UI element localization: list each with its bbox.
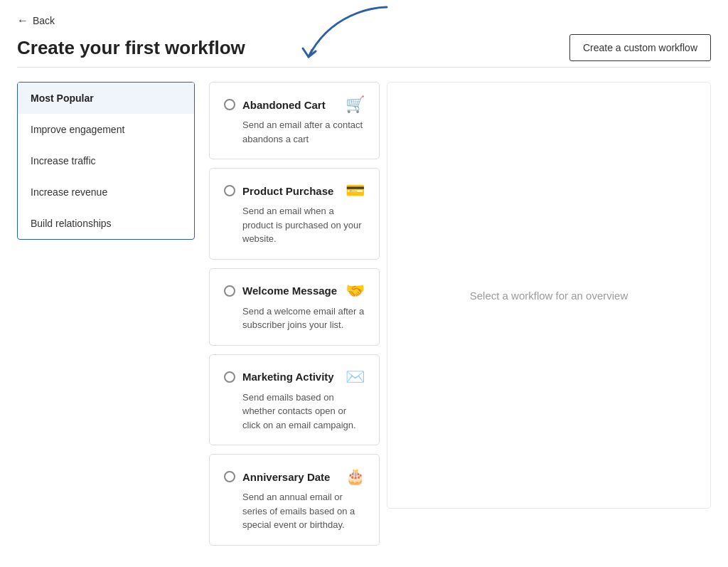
- radio-product-purchase[interactable]: [224, 185, 235, 196]
- overview-panel: Select a workflow for an overview: [387, 82, 711, 509]
- workflow-card-header: Product Purchase 💳: [224, 181, 365, 200]
- radio-marketing-activity[interactable]: [224, 371, 235, 383]
- workflow-card-abandoned-cart[interactable]: Abandoned Cart 🛒 Send an email after a c…: [209, 82, 380, 159]
- workflow-card-header: Welcome Message 🤝: [224, 282, 365, 300]
- sidebar: Most Popular Improve engagement Increase…: [17, 82, 195, 240]
- header-divider: [17, 67, 711, 68]
- product-purchase-icon: 💳: [346, 181, 365, 200]
- welcome-message-title: Welcome Message: [242, 285, 337, 297]
- radio-abandoned-cart[interactable]: [224, 99, 235, 110]
- workflow-card-marketing-activity[interactable]: Marketing Activity ✉️ Send emails based …: [209, 354, 380, 446]
- anniversary-date-icon: 🎂: [346, 467, 365, 486]
- abandoned-cart-desc: Send an email after a contact abandons a…: [242, 118, 365, 146]
- page-header: Create your first workflow Create a cust…: [17, 34, 711, 61]
- back-link[interactable]: ← Back: [17, 14, 55, 27]
- product-purchase-desc: Send an email when a product is purchase…: [242, 204, 365, 246]
- marketing-activity-desc: Send emails based on whether contacts op…: [242, 391, 365, 433]
- marketing-activity-icon: ✉️: [346, 368, 365, 386]
- title-row: Abandoned Cart: [224, 99, 326, 111]
- workflow-card-welcome-message[interactable]: Welcome Message 🤝 Send a welcome email a…: [209, 268, 380, 346]
- create-custom-workflow-button[interactable]: Create a custom workflow: [569, 34, 711, 61]
- workflow-card-header: Marketing Activity ✉️: [224, 368, 365, 386]
- sidebar-item-increase-revenue[interactable]: Increase revenue: [18, 176, 194, 208]
- marketing-activity-title: Marketing Activity: [242, 371, 334, 383]
- abandoned-cart-icon: 🛒: [346, 95, 365, 114]
- workflow-card-product-purchase[interactable]: Product Purchase 💳 Send an email when a …: [209, 168, 380, 260]
- overview-placeholder-text: Select a workflow for an overview: [470, 290, 628, 302]
- title-row: Welcome Message: [224, 285, 337, 297]
- sidebar-item-build-relationships[interactable]: Build relationships: [18, 208, 194, 239]
- anniversary-date-desc: Send an annual email or series of emails…: [242, 490, 365, 532]
- radio-welcome-message[interactable]: [224, 285, 235, 297]
- title-row: Anniversary Date: [224, 471, 330, 483]
- anniversary-date-title: Anniversary Date: [242, 471, 330, 483]
- welcome-message-icon: 🤝: [346, 282, 365, 300]
- back-arrow-icon: ←: [17, 14, 28, 27]
- product-purchase-title: Product Purchase: [242, 185, 333, 197]
- sidebar-item-improve-engagement[interactable]: Improve engagement: [18, 114, 194, 145]
- title-row: Product Purchase: [224, 185, 333, 197]
- sidebar-item-most-popular[interactable]: Most Popular: [18, 83, 194, 114]
- workflow-card-header: Anniversary Date 🎂: [224, 467, 365, 486]
- workflow-card-anniversary-date[interactable]: Anniversary Date 🎂 Send an annual email …: [209, 454, 380, 546]
- sidebar-item-increase-traffic[interactable]: Increase traffic: [18, 145, 194, 176]
- abandoned-cart-title: Abandoned Cart: [242, 99, 326, 111]
- radio-anniversary-date[interactable]: [224, 471, 235, 482]
- title-row: Marketing Activity: [224, 371, 334, 383]
- back-label: Back: [33, 15, 55, 26]
- main-content: Most Popular Improve engagement Increase…: [17, 82, 711, 546]
- workflow-card-header: Abandoned Cart 🛒: [224, 95, 365, 114]
- page-title: Create your first workflow: [17, 37, 245, 59]
- welcome-message-desc: Send a welcome email after a subscriber …: [242, 304, 365, 332]
